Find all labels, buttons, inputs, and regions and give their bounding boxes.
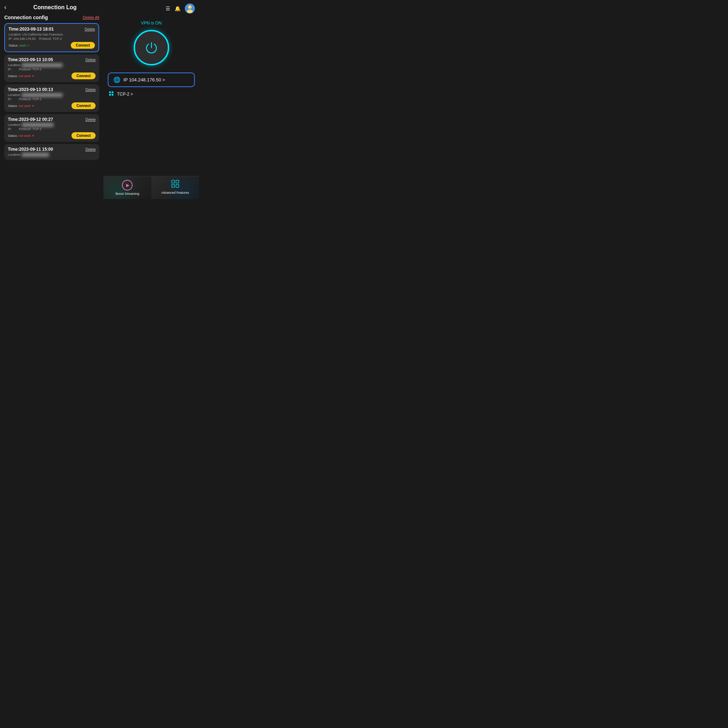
log-status: Status: not work ✕ bbox=[8, 74, 35, 78]
avatar[interactable] bbox=[185, 3, 195, 14]
status-value: not work ✕ bbox=[19, 134, 35, 138]
protocol-row[interactable]: TCP-2 > bbox=[104, 89, 199, 100]
protocol-icon bbox=[109, 91, 114, 97]
blurred-location: ██████████████████ bbox=[22, 63, 63, 67]
power-icon bbox=[145, 41, 158, 54]
svg-rect-7 bbox=[172, 180, 174, 183]
log-ip-protocol: IP: 104.248.176.50 Protocol: TCP-2 bbox=[9, 37, 95, 41]
log-delete-button[interactable]: Delete bbox=[85, 118, 96, 122]
play-icon: ▶ bbox=[126, 183, 129, 188]
log-item-header: Time:2023-09-13 00:13 Delete bbox=[8, 87, 96, 92]
log-location: Location: ██████████████████ bbox=[8, 63, 96, 67]
back-button[interactable]: ‹ bbox=[4, 3, 6, 11]
svg-rect-5 bbox=[109, 94, 111, 96]
log-item-header: Time:2023-09-13 10:05 Delete bbox=[8, 57, 96, 62]
log-item-header: Time:2023-09-12 00:27 Delete bbox=[8, 117, 96, 122]
log-item-header: Time:2023-09-11 15:00 Delete bbox=[8, 147, 96, 152]
boost-streaming-label: Boost Streaming bbox=[116, 192, 139, 196]
log-status: Status: not work ✕ bbox=[8, 134, 35, 138]
globe-icon: 🌐 bbox=[113, 76, 121, 83]
log-status-row: Status: not work ✕ Connect bbox=[8, 102, 96, 109]
log-item-header: Time:2023-09-13 18:01 Delete bbox=[9, 27, 95, 32]
log-location: Location: ██████████████████ bbox=[8, 93, 96, 97]
blurred-location: ████████████ bbox=[22, 153, 49, 156]
svg-rect-4 bbox=[112, 91, 113, 93]
log-delete-button[interactable]: Delete bbox=[85, 88, 96, 92]
menu-icon[interactable]: ☰ bbox=[166, 6, 170, 11]
connect-button[interactable]: Connect bbox=[71, 42, 95, 49]
config-title: Connection config bbox=[4, 15, 48, 20]
page-title: Connection Log bbox=[11, 4, 99, 11]
log-time: Time:2023-09-13 10:05 bbox=[8, 57, 53, 62]
log-location: Location: ████████████ bbox=[8, 153, 96, 156]
svg-rect-9 bbox=[172, 185, 174, 187]
power-button[interactable] bbox=[134, 30, 169, 66]
connect-button[interactable]: Connect bbox=[72, 72, 96, 79]
log-list: Time:2023-09-13 18:01 Delete Location: U… bbox=[4, 23, 99, 196]
log-item: Time:2023-09-13 10:05 Delete Location: █… bbox=[4, 54, 99, 82]
blurred-location: ██████████████████ bbox=[22, 93, 63, 97]
protocol-label: TCP-2 > bbox=[117, 92, 133, 97]
log-ip-protocol: IP: Protocol: TCP-2 bbox=[8, 127, 96, 131]
log-status: Status: not work ✕ bbox=[8, 104, 35, 108]
connect-button[interactable]: Connect bbox=[72, 102, 96, 109]
ip-address: IP 104.248.176.50 > bbox=[123, 77, 189, 83]
nav-item-advanced-features[interactable]: Advanced Features bbox=[151, 176, 199, 199]
power-button-container bbox=[134, 30, 169, 66]
log-status-row: Status: work ✓ Connect bbox=[9, 42, 95, 49]
svg-rect-8 bbox=[176, 180, 179, 183]
svg-rect-6 bbox=[112, 94, 113, 96]
log-ip-protocol: IP: Protocol: TCP-2 bbox=[8, 67, 96, 71]
right-header: ☰ 🔔 bbox=[104, 0, 199, 17]
svg-point-1 bbox=[188, 5, 191, 9]
vpn-status: VPN is ON bbox=[141, 21, 162, 26]
log-item: Time:2023-09-11 15:00 Delete Location: █… bbox=[4, 144, 99, 160]
log-time: Time:2023-09-12 00:27 bbox=[8, 117, 53, 122]
svg-point-2 bbox=[187, 9, 193, 13]
log-delete-button[interactable]: Delete bbox=[85, 147, 96, 151]
blurred-location: ██████████████ bbox=[22, 123, 54, 127]
svg-rect-10 bbox=[176, 185, 179, 187]
status-value: not work ✕ bbox=[19, 104, 35, 108]
bell-icon[interactable]: 🔔 bbox=[174, 6, 180, 11]
bottom-nav: ▶ Boost Streaming bbox=[104, 176, 199, 199]
advanced-features-label: Advanced Features bbox=[161, 191, 189, 194]
log-status: Status: work ✓ bbox=[9, 44, 30, 47]
log-item: Time:2023-09-12 00:27 Delete Location: █… bbox=[4, 114, 99, 142]
log-location: Location: US-California-San Francisco bbox=[9, 33, 95, 36]
log-time: Time:2023-09-13 00:13 bbox=[8, 87, 53, 92]
log-item: Time:2023-09-13 00:13 Delete Location: █… bbox=[4, 84, 99, 112]
connect-button[interactable]: Connect bbox=[72, 132, 96, 139]
grid-icon bbox=[171, 180, 179, 190]
log-item: Time:2023-09-13 18:01 Delete Location: U… bbox=[4, 23, 99, 52]
log-delete-button[interactable]: Delete bbox=[85, 28, 95, 31]
log-time: Time:2023-09-11 15:00 bbox=[8, 147, 53, 152]
ip-box[interactable]: 🌐 IP 104.248.176.50 > bbox=[108, 72, 195, 87]
log-time: Time:2023-09-13 18:01 bbox=[9, 27, 54, 32]
svg-rect-3 bbox=[109, 91, 111, 93]
delete-all-button[interactable]: Delete All bbox=[83, 15, 99, 20]
left-panel: ‹ Connection Log Connection config Delet… bbox=[0, 0, 104, 199]
nav-item-boost-streaming[interactable]: ▶ Boost Streaming bbox=[104, 176, 151, 199]
log-ip-protocol: IP: Protocol: TCP-2 bbox=[8, 97, 96, 101]
status-value: work ✓ bbox=[20, 44, 30, 47]
log-status-row: Status: not work ✕ Connect bbox=[8, 132, 96, 139]
config-header: Connection config Delete All bbox=[4, 15, 99, 20]
log-delete-button[interactable]: Delete bbox=[85, 58, 96, 62]
status-value: not work ✕ bbox=[19, 74, 35, 78]
log-status-row: Status: not work ✕ Connect bbox=[8, 72, 96, 79]
right-panel: ☰ 🔔 VPN is ON bbox=[104, 0, 199, 199]
header: ‹ Connection Log bbox=[4, 3, 99, 11]
vpn-section: VPN is ON bbox=[104, 17, 199, 72]
log-location: Location: ██████████████ bbox=[8, 123, 96, 127]
play-circle-icon: ▶ bbox=[122, 180, 133, 191]
